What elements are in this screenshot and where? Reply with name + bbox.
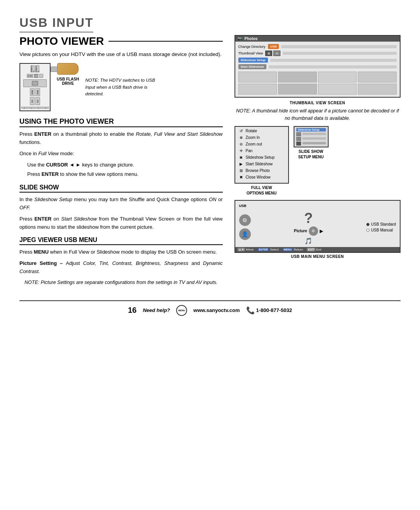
question-mark: ?: [304, 210, 313, 226]
rotate-icon: ↺: [238, 128, 244, 134]
tv-back-panel: VIDEO 3 VIDEO 2 AUD USB ↓ HDMI HDMI: [19, 63, 51, 111]
screen-line-1: [281, 45, 397, 48]
screen-line-4: [269, 65, 397, 68]
diagram-note: NOTE: The HDTV switches to USB Input whe…: [85, 77, 163, 97]
change-dir-label: Change Directory: [238, 45, 266, 49]
usb-screen-caption: USB MAIN MENU SCREEN: [234, 254, 401, 259]
cursor-para: Use the CURSOR ◄ ► keys to change pictur…: [27, 161, 223, 169]
picture-row: Picture ⚙ ▶: [294, 226, 323, 236]
note-thumbnail: NOTE: A thumbnail hide icon will appear …: [234, 107, 401, 122]
left-column: PHOTO VIEWER View pictures on your HDTV …: [19, 35, 223, 289]
shuffle-line: [303, 133, 326, 135]
arrow-right: ▶: [320, 228, 323, 234]
quick-change-row: [296, 137, 326, 141]
menu-key: MENU: [282, 248, 293, 251]
browse-label: Browse Photo: [246, 168, 270, 173]
flash-connector: [51, 67, 58, 72]
quick-icon: [296, 137, 301, 141]
menu-row-slideshow-setup: ▣ Slideshow Setup: [238, 155, 285, 160]
screen-title-bar: 📷 Photos: [235, 36, 400, 42]
thumb-6: [278, 84, 317, 95]
zoomout-icon: ⊖: [238, 142, 244, 147]
picture-label: Picture: [294, 229, 307, 233]
page-number: 16: [128, 306, 136, 315]
usb-bottom-bar: ▲▼ Move ENTER Select MENU Return EXIT Ex…: [235, 247, 400, 252]
usb-main-inner: ⚙ 👤 ? Picture ⚙ ▶ 🎵: [239, 210, 396, 245]
select-control: ENTER Select: [257, 248, 278, 251]
note-picture-settings: NOTE: Picture Settings are separate conf…: [19, 279, 223, 286]
page-container: USB INPUT PHOTO VIEWER View pictures on …: [19, 16, 401, 316]
usb-standard-option: USB Standard: [366, 222, 396, 226]
once-in-para: Once in Full View mode:: [19, 150, 223, 158]
select-label: Select: [270, 248, 278, 251]
full-view-caption: FULL VIEWOPTIONS MENU: [234, 185, 289, 196]
section-slide-heading: SLIDE SHOW: [19, 184, 223, 193]
thumbnail-grid: [238, 72, 397, 95]
close-small-icon: [296, 142, 301, 145]
slideshow-setup-icon: ▣: [238, 155, 244, 160]
thumbnail-view-label: Thumbnail View: [238, 51, 263, 55]
menus-row: ↺ Rotate ⊕ Zoom In ⊖ Zoom out ✛: [234, 126, 401, 196]
move-label: Move: [246, 248, 254, 251]
exit-control: EXIT Exit: [307, 248, 321, 251]
picture-setting-bold: Picture Setting –: [19, 260, 66, 266]
slideshow-setup-box: Slideshow Setup: [294, 126, 329, 147]
color-tint-italic: Color, Tint, Contrast, Brightness, Sharp…: [83, 260, 188, 266]
description-text: View pictures on your HDTV with the use …: [19, 51, 223, 58]
start-slideshow-italic: Start Slideshow: [61, 216, 97, 222]
usb-btn: USB: [268, 44, 279, 49]
full-view-options-area: ↺ Rotate ⊕ Zoom In ⊖ Zoom out ✛: [234, 126, 289, 196]
phone-number: 1-800-877-5032: [256, 307, 292, 313]
zoomin-label: Zoom In: [246, 135, 260, 140]
thumb-5: [238, 84, 277, 95]
usb-manual-label: USB Manual: [371, 228, 393, 232]
slideshow-setup-label: Slideshow Setup: [246, 155, 275, 159]
close-window-row: [296, 142, 326, 145]
phone-icon: 📞: [246, 306, 255, 315]
menu-row-zoomout: ⊖ Zoom out: [238, 142, 285, 147]
quick-line: [303, 137, 326, 140]
menu-bold: MENU: [34, 249, 49, 255]
screen-line-3: [270, 59, 397, 62]
person-icon: 👤: [239, 228, 251, 240]
rotate-label: Rotate: [246, 129, 257, 133]
gear-circle: ⚙: [309, 226, 318, 236]
right-column: 📷 Photos Change Directory USB Thumbnail …: [234, 35, 401, 289]
browse-icon: ⊞: [238, 168, 244, 174]
slideshow-setup-btn: Slideshow Setup: [238, 58, 268, 63]
section-jpeg-heading: JPEG VIEWER USB MENU: [19, 237, 223, 245]
usb-flash-label: USB FLASHDRIVE: [57, 77, 79, 86]
screen-row-directory: Change Directory USB: [238, 44, 397, 49]
section-using-heading: USING THE PHOTO VIEWER: [19, 117, 223, 127]
close-line: [303, 142, 326, 144]
return-label: Return: [294, 248, 303, 251]
flash-body: [57, 63, 79, 75]
cursor-bold: CURSOR ◄ ►: [46, 162, 80, 168]
pan-label: Pan: [246, 149, 253, 153]
usb-main-screen: USB ⚙ 👤 ? Picture ⚙ ▶ 🎵: [234, 200, 401, 253]
thumb-7: [318, 84, 357, 95]
pan-icon: ✛: [238, 148, 244, 154]
on-text: ON: [209, 196, 217, 202]
slideshow-setup-italic: Slideshow Setup: [34, 196, 72, 202]
screen-line-2: [283, 52, 397, 55]
usb-options-right: USB Standard USB Manual: [366, 222, 396, 232]
thumb-3: [318, 72, 357, 82]
move-key: ▲▼: [238, 248, 245, 251]
enter-bold-3: ENTER: [34, 216, 51, 222]
need-help-text: Need help?: [143, 307, 170, 313]
usb-standard-label: USB Standard: [371, 222, 396, 226]
start-slideshow-btn: Start Slideshow: [238, 64, 266, 69]
thumb-2: [278, 72, 317, 82]
enter-bold-1: ENTER: [34, 131, 51, 137]
using-para-1: Press ENTER on a thumbnail photo to enab…: [19, 130, 223, 147]
screen-row-thumb: Thumbnail View ⊞ ≡: [238, 51, 397, 56]
close-icon: ✖: [238, 175, 244, 180]
photos-label: Photos: [245, 37, 258, 41]
footer: 16 Need help? MENU www.sanyoctv.com 📞 1-…: [19, 300, 401, 316]
enter-key: ENTER: [257, 248, 269, 251]
thumb-1: [238, 72, 277, 82]
usb-manual-option: USB Manual: [366, 228, 396, 232]
full-view-options-box: ↺ Rotate ⊕ Zoom In ⊖ Zoom out ✛: [234, 126, 289, 184]
return-control: MENU Return: [282, 248, 303, 251]
